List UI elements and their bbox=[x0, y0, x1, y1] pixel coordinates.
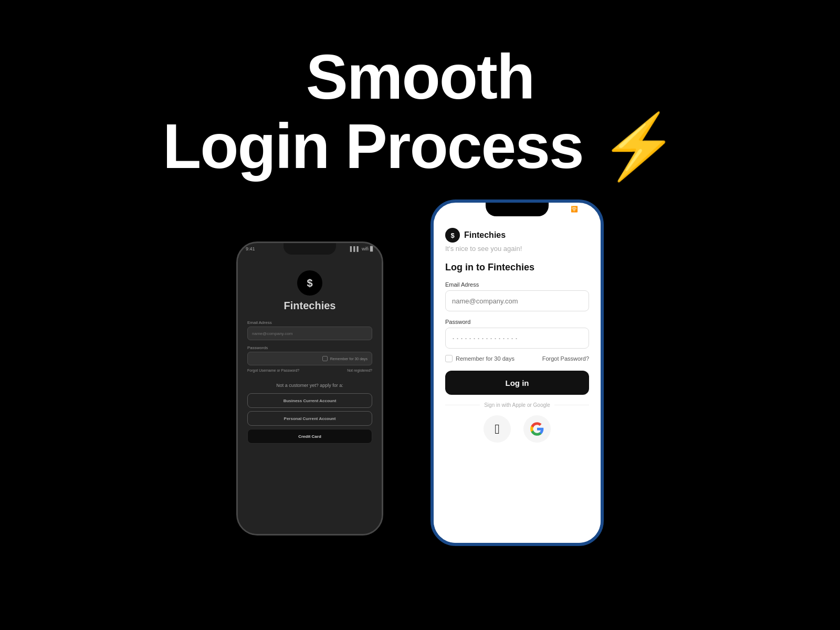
fg-remember-label: Remember for 30 days bbox=[456, 355, 514, 362]
fg-divider-right bbox=[554, 405, 589, 405]
bg-remember-text: Remember for 30 days bbox=[330, 357, 368, 361]
phone-bg-content: $ Fintechies Email Adress Passwords Reme… bbox=[238, 258, 382, 534]
phones-container: 9:41 ▌▌▌ wifi ▊ $ Fintechies Email Adres… bbox=[236, 200, 604, 630]
bg-links-row: Forgot Username or Password? Not registe… bbox=[247, 369, 372, 372]
google-g-icon bbox=[530, 422, 544, 436]
phone-fg-content: $ Fintechies It's nice to see you again!… bbox=[434, 219, 601, 543]
fg-google-button[interactable] bbox=[523, 415, 551, 443]
battery-icon-bg: ▊ bbox=[370, 246, 374, 251]
fg-password-field[interactable]: ················ bbox=[445, 328, 589, 349]
fg-email-input[interactable] bbox=[445, 290, 589, 311]
fg-social-row:  bbox=[445, 415, 589, 443]
bg-email-label: Email Adress bbox=[247, 320, 272, 325]
fg-remember-checkbox[interactable] bbox=[445, 355, 453, 362]
status-icons-fg: 🛜 bbox=[562, 206, 590, 213]
hero-line1: Smooth bbox=[163, 42, 677, 111]
status-time-fg: 9:41 bbox=[444, 206, 454, 212]
fg-login-title: Log in to Fintechies bbox=[445, 262, 589, 273]
bg-app-name: Fintechies bbox=[284, 300, 336, 312]
wifi-icon-fg: 🛜 bbox=[571, 206, 578, 213]
bg-credit-card-btn[interactable]: Credit Card bbox=[247, 429, 372, 444]
fg-forgot-link[interactable]: Forgot Password? bbox=[542, 355, 589, 362]
bg-not-registered[interactable]: Not registered? bbox=[347, 369, 372, 372]
bg-apply-text: Not a customer yet? apply for a: bbox=[276, 383, 343, 388]
fg-app-name: Fintechies bbox=[464, 230, 506, 240]
fg-divider-left bbox=[445, 405, 480, 405]
bg-business-account-btn[interactable]: Business Current Account bbox=[247, 393, 372, 408]
bg-personal-account-btn[interactable]: Personal Current Account bbox=[247, 411, 372, 426]
battery-fg bbox=[580, 207, 590, 212]
phone-status-bg: 9:41 ▌▌▌ wifi ▊ bbox=[246, 246, 374, 251]
phone-foreground: 9:41 🛜 $ bbox=[430, 200, 604, 546]
fg-divider-text: Sign in with Apple or Google bbox=[484, 402, 550, 408]
fg-options-row: Remember for 30 days Forgot Password? bbox=[445, 355, 589, 362]
fg-password-dots: ················ bbox=[452, 333, 519, 344]
fg-login-button[interactable]: Log in bbox=[445, 371, 589, 395]
fg-app-header: $ Fintechies bbox=[445, 228, 589, 243]
bg-forgot-link[interactable]: Forgot Username or Password? bbox=[247, 369, 299, 372]
signal-bars-fg bbox=[562, 207, 568, 212]
phone-background: 9:41 ▌▌▌ wifi ▊ $ Fintechies Email Adres… bbox=[236, 242, 383, 536]
phone-status-fg: 9:41 🛜 bbox=[444, 206, 590, 213]
fg-password-label: Password bbox=[445, 319, 589, 325]
fg-remember-container: Remember for 30 days bbox=[445, 355, 514, 362]
signal-icon-bg: ▌▌▌ bbox=[350, 246, 360, 251]
fg-email-label: Email Adress bbox=[445, 281, 589, 288]
status-icons-bg: ▌▌▌ wifi ▊ bbox=[350, 246, 374, 251]
status-time-bg: 9:41 bbox=[246, 246, 255, 251]
fg-apple-button[interactable]:  bbox=[484, 415, 511, 443]
apple-icon:  bbox=[495, 422, 500, 436]
fg-subtitle: It's nice to see you again! bbox=[445, 245, 589, 253]
hero-section: Smooth Login Process ⚡ bbox=[163, 42, 677, 181]
fg-divider: Sign in with Apple or Google bbox=[445, 402, 589, 408]
bg-password-label: Passwords bbox=[247, 345, 268, 350]
bg-remember-checkbox[interactable] bbox=[322, 356, 328, 361]
hero-line2: Login Process ⚡ bbox=[163, 111, 677, 181]
bg-password-row: Remember for 30 days bbox=[247, 352, 372, 365]
fg-app-icon: $ bbox=[445, 228, 460, 243]
bg-email-input[interactable] bbox=[247, 327, 372, 340]
bg-app-logo: $ bbox=[297, 270, 322, 296]
wifi-icon-bg: wifi bbox=[362, 246, 369, 251]
